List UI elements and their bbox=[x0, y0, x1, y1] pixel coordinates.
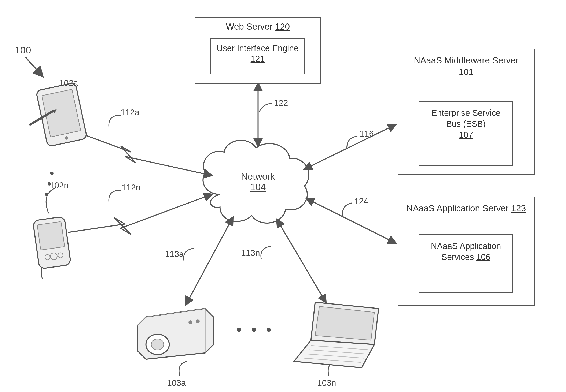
svg-point-23 bbox=[151, 339, 164, 350]
middleware-ref: 101 bbox=[459, 67, 474, 77]
pda-icon bbox=[33, 216, 71, 269]
link-122: 122 bbox=[274, 98, 288, 108]
esb-title: Enterprise Service Bus (ESB) bbox=[432, 108, 501, 128]
svg-rect-12 bbox=[36, 83, 87, 147]
app-services-ref: 106 bbox=[476, 252, 491, 262]
svg-point-20 bbox=[50, 252, 58, 260]
esb-ref: 107 bbox=[459, 130, 473, 140]
app-server-box: NAaaS Application Server 123 NAaaS Appli… bbox=[398, 196, 535, 306]
app-server-title: NAaaS Application Server bbox=[406, 203, 508, 213]
svg-point-14 bbox=[64, 136, 69, 140]
middleware-box: NAaaS Middleware Server 101 Enterprise S… bbox=[398, 49, 535, 175]
svg-point-11 bbox=[266, 328, 271, 332]
svg-line-2 bbox=[305, 125, 395, 169]
link-113n: 113n bbox=[241, 248, 260, 258]
svg-rect-13 bbox=[42, 89, 81, 137]
tablet-icon bbox=[24, 83, 87, 149]
network-ref: 104 bbox=[250, 182, 266, 192]
tablet-ref: 102a bbox=[59, 78, 78, 88]
link-112a: 112a bbox=[121, 108, 139, 117]
network-label: Network 104 bbox=[233, 171, 283, 192]
svg-line-5 bbox=[277, 220, 326, 302]
svg-line-29 bbox=[304, 358, 361, 363]
svg-rect-18 bbox=[37, 222, 65, 250]
esb-box: Enterprise Service Bus (ESB) 107 bbox=[419, 101, 513, 166]
svg-point-10 bbox=[252, 328, 256, 332]
svg-line-3 bbox=[307, 199, 395, 243]
web-server-box: Web Server 120 User Interface Engine 121 bbox=[195, 17, 321, 84]
figure-ref: 100 bbox=[15, 44, 31, 56]
app-server-ref: 123 bbox=[511, 203, 526, 213]
svg-point-24 bbox=[189, 320, 192, 324]
svg-line-0 bbox=[25, 57, 42, 76]
projector-icon bbox=[137, 308, 214, 359]
app-services-box: NAaaS Application Services 106 bbox=[419, 234, 513, 293]
link-113a: 113a bbox=[165, 249, 184, 259]
link-124: 124 bbox=[354, 196, 368, 206]
laptop-ref: 103n bbox=[317, 378, 336, 388]
svg-line-26 bbox=[311, 346, 368, 350]
svg-point-6 bbox=[50, 172, 54, 175]
network-title: Network bbox=[241, 171, 275, 182]
projector-ref: 103a bbox=[167, 378, 186, 388]
svg-point-9 bbox=[237, 328, 241, 332]
svg-point-19 bbox=[45, 254, 50, 260]
svg-marker-16 bbox=[53, 109, 58, 113]
svg-point-25 bbox=[196, 319, 200, 323]
ui-engine-title: User Interface Engine bbox=[217, 43, 299, 53]
ui-engine-box: User Interface Engine 121 bbox=[210, 38, 305, 74]
ui-engine-ref: 121 bbox=[251, 54, 265, 63]
middleware-title: NAaaS Middleware Server bbox=[414, 55, 519, 65]
link-112n: 112n bbox=[122, 183, 140, 192]
web-server-ref: 120 bbox=[275, 22, 290, 31]
svg-line-27 bbox=[309, 350, 366, 354]
svg-point-8 bbox=[45, 193, 48, 196]
link-116: 116 bbox=[360, 129, 374, 139]
svg-rect-17 bbox=[33, 216, 71, 269]
diagram-canvas: 100 Network 104 Web Server 120 User Inte… bbox=[0, 0, 566, 392]
pda-ref-lead: 102n bbox=[50, 181, 69, 190]
svg-line-15 bbox=[28, 111, 55, 125]
svg-point-22 bbox=[146, 334, 169, 355]
svg-line-4 bbox=[186, 218, 233, 304]
svg-line-28 bbox=[307, 354, 364, 358]
app-services-title: NAaaS Application Services bbox=[431, 241, 501, 262]
svg-point-21 bbox=[58, 252, 63, 258]
laptop-icon bbox=[294, 302, 378, 368]
web-server-title: Web Server bbox=[226, 22, 273, 31]
